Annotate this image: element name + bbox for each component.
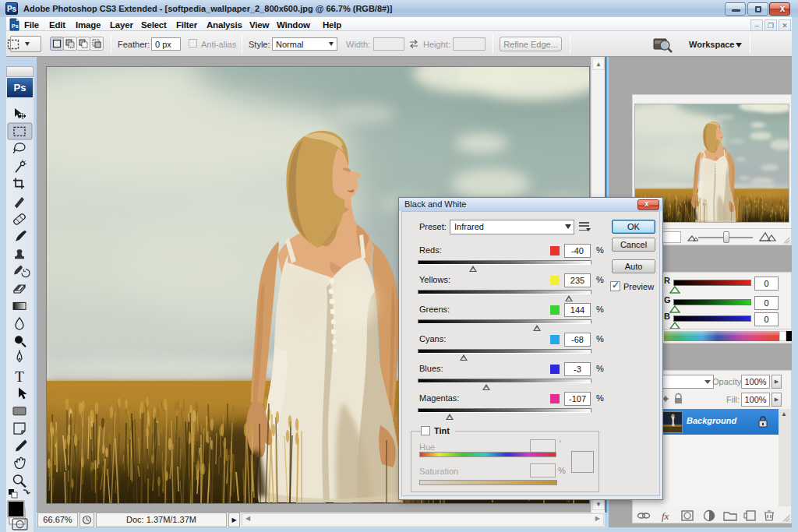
- svg-text:Ps: Ps: [12, 23, 19, 29]
- svg-text:T: T: [15, 368, 24, 385]
- svg-text:fx: fx: [662, 510, 669, 522]
